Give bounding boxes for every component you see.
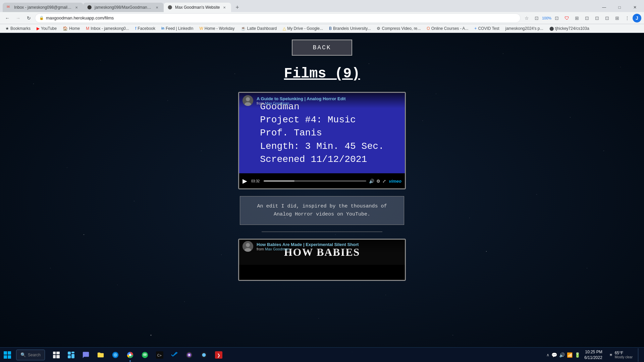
tray-network-icon[interactable]: 📶 <box>567 352 573 358</box>
reload-button[interactable]: ↻ <box>24 13 34 23</box>
bookmark-gdrive-label: My Drive - Google... <box>287 26 323 31</box>
weather-icon: ☀ <box>609 353 613 357</box>
bookmark-covid[interactable]: + COVID Test <box>472 25 502 32</box>
weather-desc: Mostly clear <box>615 355 633 359</box>
fullscreen-icon-1[interactable]: ⤢ <box>382 179 386 184</box>
bookmark-bookmarks[interactable]: ★ Bookmarks <box>3 25 33 32</box>
zoom-icon[interactable]: 100% <box>542 13 551 23</box>
taskbar-app-taskview[interactable] <box>49 348 64 362</box>
taskbar-app-explorer[interactable] <box>93 348 108 362</box>
svg-rect-13 <box>56 355 60 358</box>
bookmark-gdrive[interactable]: △ My Drive - Google... <box>280 25 326 32</box>
linkedin-icon: in <box>161 26 164 30</box>
vimeo-top-bar-2: How Babies Are Made | Experimental Silen… <box>239 240 405 253</box>
extensions-icon[interactable]: ⊡ <box>552 13 561 23</box>
apps-icon[interactable]: ⊞ <box>612 13 622 23</box>
tray-battery-icon[interactable]: 🔋 <box>575 352 580 358</box>
taskbar-app-widgets[interactable] <box>64 348 78 362</box>
vimeo-video-title-2: How Babies Are Made | Experimental Silen… <box>257 242 359 247</box>
tab-close-github[interactable]: ✕ <box>154 5 160 10</box>
film-1-embed[interactable]: A Guide to Spelunking | Analog Horror Ed… <box>239 93 405 188</box>
vimeo-video-title-1: A Guide to Spelunking | Analog Horror Ed… <box>257 96 346 101</box>
taskbar-app-arrow[interactable]: ❯ <box>211 348 226 362</box>
svg-text:C>: C> <box>157 353 162 357</box>
bookmark-facebook[interactable]: f Facebook <box>132 25 158 32</box>
bookmark-workday[interactable]: W Home - Workday <box>197 25 237 32</box>
extra-icon-3[interactable]: ⊡ <box>602 13 612 23</box>
taskbar-app-vscode[interactable] <box>167 348 182 362</box>
more-icon[interactable]: ⋮ <box>623 13 632 23</box>
taskbar-search-bar[interactable]: 🔍 Search <box>16 350 45 360</box>
taskbar-app-obs[interactable] <box>182 348 197 362</box>
film-2-embed[interactable]: How Babies Are Made | Experimental Silen… <box>239 240 405 280</box>
tab-close-gmail[interactable]: ✕ <box>74 5 79 10</box>
minimize-button[interactable]: — <box>596 3 612 12</box>
taskbar-app-spotify[interactable] <box>138 348 152 362</box>
film-divider-1 <box>262 232 382 232</box>
taskbar-date: 6/11/2022 <box>584 355 602 361</box>
settings-icon-1[interactable]: ⚙ <box>376 179 380 184</box>
film-1-line-5: Screened 11/12/2021 <box>260 153 384 166</box>
shield-icon[interactable]: 🛡 <box>562 13 572 23</box>
film-1-container: A Guide to Spelunking | Analog Horror Ed… <box>238 92 406 189</box>
bookmark-star-icon[interactable]: ☆ <box>522 13 531 23</box>
bookmark-latte[interactable]: ☕ Latte Dashboard <box>238 25 280 32</box>
tab-close-maxgoodman[interactable]: ✕ <box>222 5 227 10</box>
taskbar-app-edge[interactable] <box>108 348 123 362</box>
svg-rect-8 <box>4 355 7 359</box>
tray-chevron[interactable]: ∧ <box>546 353 549 357</box>
back-button[interactable]: BACK <box>292 40 352 56</box>
tab-github[interactable]: ⬤ jameskong098/MaxGoodmanW... ✕ <box>83 3 164 12</box>
bookmark-youtube[interactable]: ▶ YouTube <box>34 25 59 32</box>
progress-bar-1[interactable] <box>264 180 366 182</box>
vimeo-video-info-1: A Guide to Spelunking | Analog Horror Ed… <box>257 96 346 105</box>
vimeo-author-link-1[interactable]: Max Goodman <box>265 101 289 105</box>
svg-rect-9 <box>8 355 11 359</box>
bookmark-bookmarks-label: Bookmarks <box>10 26 31 31</box>
taskbar-app-terminal[interactable]: C> <box>152 348 167 362</box>
taskbar-app-steam[interactable] <box>197 348 211 362</box>
taskbar-search-label: Search <box>28 353 41 357</box>
tab-gmail[interactable]: ✉ Inbox - jameskong098@gmail.c... ✕ <box>3 3 83 12</box>
taskbar-app-chat[interactable] <box>78 348 93 362</box>
show-desktop-button[interactable] <box>638 348 640 362</box>
play-button-1[interactable]: ▶ <box>243 177 247 185</box>
forward-nav-button[interactable]: → <box>13 13 23 23</box>
tab-maxgoodman[interactable]: ⬤ Max Goodman's Website ✕ <box>164 3 231 12</box>
bookmark-home[interactable]: 🏠 Home <box>60 25 83 32</box>
cast-icon[interactable]: ⊡ <box>532 13 541 23</box>
taskbar-clock[interactable]: 10:25 PM 6/11/2022 <box>582 349 605 361</box>
bookmark-courses-label: Online Courses - A... <box>431 26 469 31</box>
address-field[interactable]: 🔒 maxgoodman.herokuapp.com/films <box>35 13 521 23</box>
bookmark-compress[interactable]: ⚙ Compress Video, re... <box>374 25 423 32</box>
vimeo-author-link-2[interactable]: Max Goodman <box>265 247 289 251</box>
bookmark-courses[interactable]: O Online Courses - A... <box>424 25 471 32</box>
extra-icon-1[interactable]: ⊡ <box>582 13 592 23</box>
start-button[interactable] <box>0 348 15 362</box>
svg-rect-14 <box>68 352 71 355</box>
url-text: maxgoodman.herokuapp.com/films <box>46 15 114 20</box>
extensions-puzzle-icon[interactable]: ⊞ <box>572 13 582 23</box>
taskbar-app-chrome[interactable] <box>123 348 138 362</box>
new-tab-button[interactable]: + <box>232 3 242 12</box>
bookmark-tjhickey[interactable]: ⬤ tjhickey724/cs103a <box>547 25 592 32</box>
volume-icon-1[interactable]: 🔊 <box>369 179 374 184</box>
tray-message-icon[interactable]: 💬 <box>551 352 557 358</box>
film-1-line-2: Project #4: Music <box>260 113 384 126</box>
film-2-container: How Babies Are Made | Experimental Silen… <box>238 239 406 281</box>
bookmark-jk2024[interactable]: jameskong2024's p... <box>503 25 546 32</box>
back-nav-button[interactable]: ← <box>3 13 12 23</box>
taskbar-weather[interactable]: ☀ 65°F Mostly clear <box>606 351 635 359</box>
vimeo-avatar-1 <box>243 95 253 106</box>
maximize-button[interactable]: □ <box>612 3 627 12</box>
svg-text:❯: ❯ <box>217 353 220 357</box>
extra-icon-2[interactable]: ⊡ <box>592 13 602 23</box>
tray-volume-icon[interactable]: 🔊 <box>559 352 565 358</box>
bookmark-brandeis[interactable]: B Brandeis University... <box>326 25 374 32</box>
bookmark-linkedin[interactable]: in Feed | LinkedIn <box>159 25 196 32</box>
profile-avatar[interactable]: J <box>633 14 641 22</box>
close-button[interactable]: ✕ <box>627 3 643 12</box>
bookmark-inbox[interactable]: M Inbox - jameskong0... <box>83 25 132 32</box>
svg-rect-7 <box>8 351 11 355</box>
taskbar: 🔍 Search <box>0 347 644 362</box>
